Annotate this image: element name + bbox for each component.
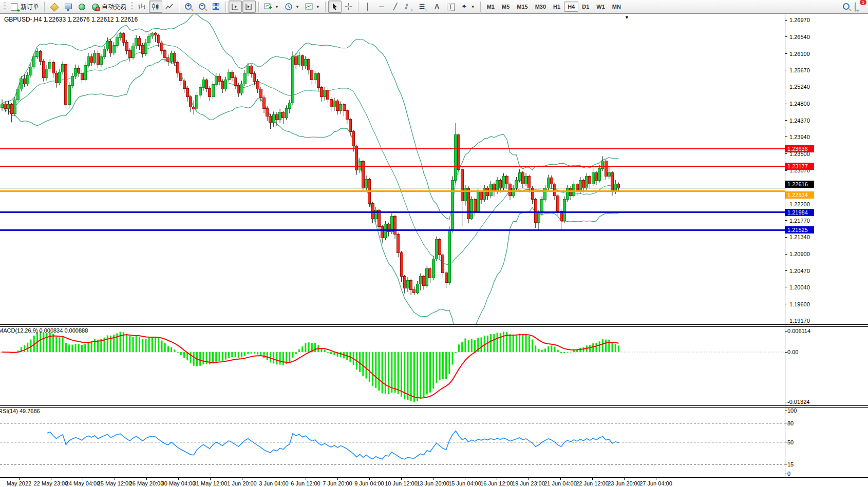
mt4-window: 新订单 自动交易 (0, 0, 868, 487)
toolbar-separator (44, 2, 45, 12)
dropdown-caret-icon: ▼ (471, 5, 475, 9)
timeframe-button-M5[interactable]: M5 (498, 2, 513, 12)
price-axis-tick (785, 204, 787, 204)
time-axis-tick (465, 478, 465, 480)
price-chart-pane[interactable] (0, 14, 868, 324)
rsi-axis-label: 0 (787, 471, 790, 477)
arrows-icon: ✦ (460, 3, 468, 11)
macd-pane[interactable] (0, 326, 868, 405)
timeframe-button-W1[interactable]: W1 (593, 2, 609, 12)
search-icon[interactable] (842, 3, 851, 11)
zoom-out-button[interactable]: − (196, 1, 209, 13)
channel-tool[interactable]: ⫽E (403, 1, 416, 13)
timeframe-button-M30[interactable]: M30 (532, 2, 550, 12)
time-axis-label: 27 Jun 04:00 (639, 480, 672, 486)
time-axis-label: 16 Jun 12:00 (480, 480, 513, 486)
vertical-line-icon: │ (364, 3, 372, 11)
time-axis-tick (369, 478, 370, 480)
price-axis-tick (785, 270, 787, 271)
time-axis[interactable]: May 202222 May 23:0024 May 04:0025 May 1… (0, 477, 868, 487)
toolbar-separator (480, 2, 481, 12)
line-chart-button[interactable] (163, 1, 176, 13)
price-axis-tick (785, 254, 787, 255)
navigator-icon (78, 3, 86, 11)
timeframe-button-M15[interactable]: M15 (513, 2, 531, 12)
price-axis-label: 1.21340 (789, 234, 810, 240)
time-axis-label: 22 Jun 12:00 (576, 480, 609, 486)
timeframe-button-M1[interactable]: M1 (483, 2, 498, 12)
time-axis-tick (210, 478, 211, 480)
price-line-label: 1.21525 (785, 226, 814, 233)
price-axis-label: 1.25670 (789, 67, 810, 73)
price-axis-label: 1.26970 (789, 17, 810, 23)
trendline-tool[interactable]: ╱ (389, 1, 402, 13)
time-axis-label: 13 Jun 20:00 (417, 480, 449, 486)
new-order-button[interactable]: 新订单 (8, 1, 42, 13)
price-axis-tick (785, 20, 787, 21)
crosshair-tool-button[interactable] (342, 1, 355, 13)
templates-button[interactable]: ▼ (303, 1, 323, 13)
rsi-axis-label: 50 (787, 439, 794, 445)
autotrade-label: 自动交易 (102, 3, 126, 11)
price-axis-tick (785, 220, 787, 221)
chart-title: GBPUSD-,H4 1.22633 1.22676 1.22612 1.226… (4, 16, 138, 23)
horizontal-line-tool[interactable]: ─ (375, 1, 388, 13)
price-axis-tick (785, 36, 787, 37)
arrows-tool[interactable]: ✦▼ (458, 1, 478, 13)
price-axis-tick (785, 53, 787, 54)
profiles-button[interactable] (47, 1, 61, 13)
timeframe-button-H4[interactable]: H4 (564, 2, 578, 12)
fibonacci-icon: ☰F (419, 3, 427, 11)
timeframe-button-MN[interactable]: MN (609, 2, 625, 12)
trendline-icon: ╱ (391, 3, 400, 11)
toolbar-separator (325, 2, 326, 12)
vertical-line-tool[interactable]: │ (361, 1, 374, 13)
chart-shift-icon (231, 3, 239, 11)
fibonacci-tool[interactable]: ☰F (417, 1, 430, 13)
market-watch-button[interactable] (61, 1, 74, 13)
time-axis-tick (624, 478, 625, 480)
equidistant-channel-icon: ⫽E (405, 3, 413, 11)
timeframe-button-D1[interactable]: D1 (578, 2, 593, 12)
time-axis-tick (242, 478, 242, 480)
timeframe-toolbar: M1M5M15M30H1H4D1W1MN (483, 2, 625, 12)
add-indicator-button[interactable]: ▼ (261, 1, 281, 13)
candlestick-chart-button[interactable] (149, 1, 162, 13)
text-label-tool[interactable]: T (444, 1, 457, 13)
text-tool[interactable]: A (430, 1, 444, 13)
crosshair-icon (345, 3, 353, 11)
price-axis-tick (785, 170, 787, 171)
pane-separator[interactable] (0, 324, 868, 327)
chat-icon[interactable]: 1 (855, 3, 863, 11)
price-axis-tick (785, 304, 787, 304)
timeframe-button-H1[interactable]: H1 (550, 2, 564, 12)
time-axis-label: 15 Jun 04:00 (448, 480, 481, 486)
chart-shift-button[interactable] (229, 1, 242, 13)
time-axis-tick (178, 478, 179, 480)
clock-icon (285, 3, 293, 11)
time-axis-tick (592, 478, 593, 480)
autotrade-button[interactable]: 自动交易 (89, 1, 129, 13)
zoom-in-button[interactable]: + (182, 1, 195, 13)
zoom-in-icon: + (184, 3, 193, 11)
time-axis-label: 7 Jun 20:00 (323, 480, 352, 486)
cursor-tool-button[interactable] (328, 1, 342, 13)
new-order-label: 新订单 (21, 3, 39, 11)
auto-scroll-button[interactable] (242, 1, 256, 13)
time-axis-tick (560, 478, 561, 480)
chart-shift-marker[interactable]: ▼ (625, 15, 629, 20)
time-axis-tick (337, 478, 338, 480)
rsi-pane[interactable] (0, 407, 868, 477)
time-axis-tick (656, 478, 656, 480)
time-axis-label: 23 Jun 20:00 (608, 480, 640, 486)
bar-chart-button[interactable] (135, 1, 148, 13)
tile-windows-button[interactable] (210, 1, 223, 13)
time-axis-tick (497, 478, 497, 480)
pane-separator[interactable] (0, 405, 868, 408)
template-icon (305, 3, 313, 11)
periods-button[interactable]: ▼ (282, 1, 302, 13)
price-axis-tick (785, 137, 787, 137)
add-indicator-icon (264, 3, 272, 11)
text-icon: A (433, 3, 441, 11)
navigator-button[interactable] (75, 1, 88, 13)
